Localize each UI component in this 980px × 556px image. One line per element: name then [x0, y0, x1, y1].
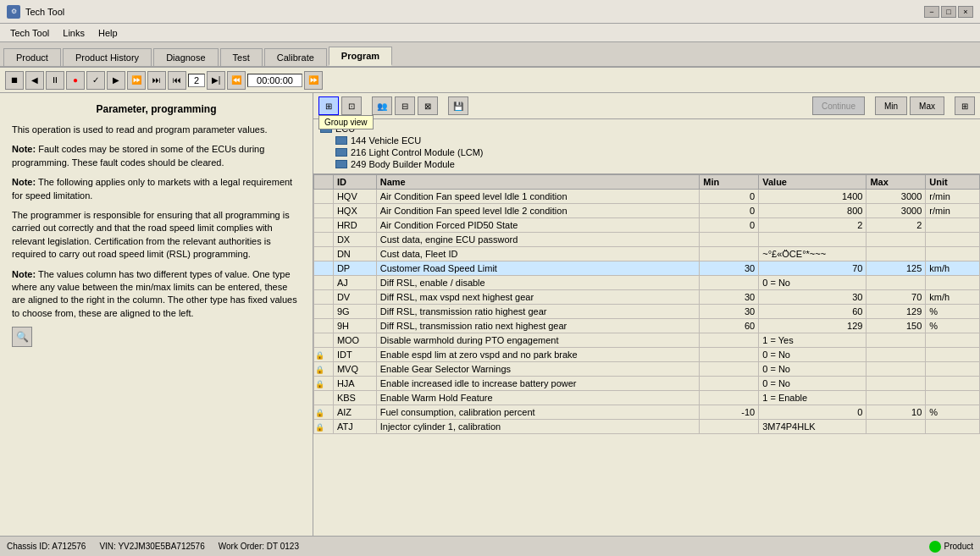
left-panel: Parameter, programming This operation is… [0, 93, 313, 536]
table-row[interactable]: DNCust data, Fleet ID~°£«ÖCE°*~~~ [314, 247, 980, 261]
cell-max: 2 [866, 218, 926, 233]
cell-value[interactable]: 800 [759, 204, 866, 218]
cell-value[interactable]: 0 = No [759, 362, 866, 377]
maximize-button[interactable]: □ [941, 6, 956, 18]
minimize-button[interactable]: − [924, 6, 939, 18]
cell-value[interactable]: 0 [759, 405, 866, 420]
table-row[interactable]: 🔒ATJInjector cylinder 1, calibration3M74… [314, 420, 980, 434]
large-icon-button[interactable]: ⊠ [418, 96, 438, 115]
step-input[interactable]: 2 [188, 74, 205, 87]
step-play-button[interactable]: ⏩ [127, 71, 146, 90]
close-button[interactable]: × [958, 6, 973, 18]
lock-cell [314, 218, 334, 233]
play-button[interactable]: ▶ [107, 71, 125, 90]
cell-name: Diff RSL, transmission ratio highest gea… [376, 305, 700, 319]
cell-value[interactable]: 30 [759, 290, 866, 305]
cell-unit: % [926, 405, 980, 420]
pause-button[interactable]: ⏸ [46, 71, 64, 90]
people-button[interactable]: 👥 [372, 96, 392, 115]
table-row[interactable]: KBSEnable Warm Hold Feature1 = Enable [314, 391, 980, 405]
table-row[interactable]: HRDAir Condition Forced PID50 State022 [314, 218, 980, 233]
table-row[interactable]: 🔒IDTEnable espd lim at zero vspd and no … [314, 348, 980, 362]
cell-value[interactable]: 1 = Enable [759, 391, 866, 405]
note-4-text: The values column has two different type… [12, 269, 297, 318]
record-button[interactable]: ● [66, 71, 85, 90]
cell-max: 10 [866, 405, 926, 420]
next-button[interactable]: ▶| [207, 71, 225, 90]
col-min: Min [700, 175, 759, 190]
ecu-item-144[interactable]: 144 Vehicle ECU [320, 135, 973, 146]
min-button[interactable]: Min [875, 96, 907, 115]
ecu-item-144-id: 144 [351, 135, 366, 146]
cell-id: MVQ [333, 362, 376, 377]
table-row[interactable]: 9HDiff RSL, transmission ratio next high… [314, 319, 980, 333]
prev-step-button[interactable]: ⏮ [168, 71, 186, 90]
cell-value[interactable] [759, 233, 866, 247]
ecu-item-216[interactable]: 216 Light Control Module (LCM) [320, 146, 973, 158]
right-panel: ⊞ Group view ⊡ 👥 ⊟ ⊠ 💾 Continue Min Max … [313, 93, 980, 536]
cell-value[interactable]: ~°£«ÖCE°*~~~ [759, 247, 866, 261]
panel-title: Parameter, programming [12, 103, 301, 115]
cell-value[interactable]: 0 = No [759, 377, 866, 391]
lock-cell: 🔒 [314, 420, 334, 434]
cell-value[interactable]: 129 [759, 319, 866, 333]
cell-unit [926, 218, 980, 233]
table-row[interactable]: 🔒AIZFuel consumption, calibration percen… [314, 405, 980, 420]
table-row[interactable]: AJDiff RSL, enable / disable0 = No [314, 276, 980, 290]
fast-back-button[interactable]: ⏪ [227, 71, 246, 90]
group-view-tooltip: Group view [318, 115, 374, 129]
table-row[interactable]: HQXAir Condition Fan speed level Idle 2 … [314, 204, 980, 218]
intro-text: This operation is used to read and progr… [12, 124, 301, 136]
stop-button[interactable]: ⏹ [5, 71, 24, 90]
ecu-header[interactable]: ECU [320, 123, 973, 135]
cell-value[interactable]: 2 [759, 218, 866, 233]
menu-tech-tool[interactable]: Tech Tool [3, 26, 56, 40]
step-button[interactable]: ⏭ [147, 71, 166, 90]
list-view-button[interactable]: ⊡ [341, 96, 362, 115]
cell-value[interactable]: 1400 [759, 190, 866, 204]
table-icon-button[interactable]: ⊞ [955, 96, 975, 115]
fast-forward-button[interactable]: ⏩ [304, 71, 323, 90]
table-row[interactable]: 9GDiff RSL, transmission ratio highest g… [314, 305, 980, 319]
tab-product[interactable]: Product [3, 48, 61, 66]
cell-value[interactable]: 60 [759, 305, 866, 319]
table-row[interactable]: MOODisable warmhold during PTO engagemen… [314, 333, 980, 348]
ecu-item-249[interactable]: 249 Body Builder Module [320, 158, 973, 170]
back-button[interactable]: ◀ [25, 71, 44, 90]
tab-test[interactable]: Test [220, 48, 263, 66]
cell-value[interactable]: 70 [759, 261, 866, 276]
cell-unit [926, 276, 980, 290]
table-row[interactable]: DXCust data, engine ECU password [314, 233, 980, 247]
ecu-item-216-label: Light Control Module (LCM) [368, 147, 483, 157]
tab-product-history[interactable]: Product History [63, 48, 152, 66]
tab-calibrate[interactable]: Calibrate [264, 48, 327, 66]
cell-value[interactable]: 0 = No [759, 276, 866, 290]
cell-max [866, 420, 926, 434]
tab-diagnose[interactable]: Diagnose [153, 48, 218, 66]
cell-unit [926, 333, 980, 348]
table-row[interactable]: 🔒HJAEnable increased idle to increase ba… [314, 377, 980, 391]
table-row[interactable]: 🔒MVQEnable Gear Selector Warnings0 = No [314, 362, 980, 377]
save-button[interactable]: 💾 [448, 96, 468, 115]
cell-value[interactable]: 0 = No [759, 348, 866, 362]
table-row[interactable]: HQVAir Condition Fan speed level Idle 1 … [314, 190, 980, 204]
max-button[interactable]: Max [910, 96, 944, 115]
zoom-button[interactable]: 🔍 [12, 327, 32, 347]
group-view-button[interactable]: ⊞ [318, 96, 339, 115]
cell-value[interactable]: 1 = Yes [759, 333, 866, 348]
ecu-item-249-label: Body Builder Module [368, 159, 455, 169]
table-row[interactable]: DPCustomer Road Speed Limit3070125km/h [314, 261, 980, 276]
small-icon-button[interactable]: ⊟ [395, 96, 415, 115]
parameters-table: ID Name Min Value Max Unit HQVAir Condit… [313, 174, 980, 434]
right-toolbar: ⊞ Group view ⊡ 👥 ⊟ ⊠ 💾 Continue Min Max … [313, 93, 980, 119]
menu-help[interactable]: Help [91, 26, 125, 40]
menu-links[interactable]: Links [56, 26, 91, 40]
check-button[interactable]: ✓ [86, 71, 105, 90]
cell-value[interactable]: 3M74P4HLK [759, 420, 866, 434]
status-product-label: Product [944, 542, 973, 551]
note-2-text: The following applies only to markets wi… [12, 177, 292, 200]
cell-unit [926, 391, 980, 405]
tab-program[interactable]: Program [329, 47, 392, 66]
note-2-label: Note: [12, 177, 36, 187]
table-row[interactable]: DVDiff RSL, max vspd next highest gear30… [314, 290, 980, 305]
